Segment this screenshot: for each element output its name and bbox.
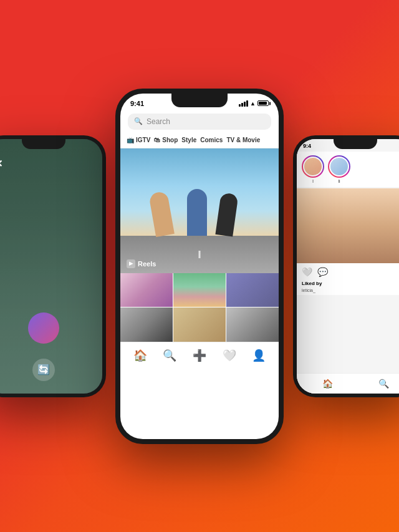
category-tabs: 📺 IGTV 🛍 Shop Style Comics TV & Movie [120, 130, 279, 148]
right-bottom-nav: 🏠 🔍 [297, 373, 399, 394]
center-layout: 9:41 ▲ [120, 94, 279, 439]
nav-home[interactable]: 🏠 [133, 349, 147, 362]
thumbnail-3[interactable] [226, 273, 279, 307]
nav-add[interactable]: ➕ [193, 349, 206, 362]
left-screen: ▲ ✕ 🔄 [0, 139, 102, 394]
right-status-time: 9:4 [303, 143, 311, 149]
story-ring-1 [302, 155, 324, 178]
camera-flip-button[interactable]: 🔄 [32, 359, 55, 381]
story-name-2: li [338, 179, 340, 183]
right-notch [334, 139, 377, 149]
igtv-icon: 📺 [127, 137, 134, 143]
close-button[interactable]: ✕ [0, 158, 2, 170]
phone-right: 9:4 ▲▲ l [293, 135, 399, 397]
thumbnail-5[interactable] [173, 307, 226, 341]
shop-icon: 🛍 [154, 137, 160, 143]
search-bar[interactable]: 🔍 Search [128, 114, 271, 130]
bottom-nav: 🏠 🔍 ➕ 🤍 👤 [120, 342, 279, 369]
like-icon[interactable]: 🤍 [302, 267, 312, 277]
right-screen: 9:4 ▲▲ l [297, 139, 399, 394]
road-line [199, 251, 201, 258]
left-content: ▲ ✕ 🔄 [0, 139, 102, 394]
post-actions: 🤍 💬 [297, 263, 399, 281]
left-overlay [0, 139, 102, 394]
post-likes: Liked by [297, 281, 399, 288]
thumbnail-grid [120, 273, 279, 342]
center-screen: 9:41 ▲ [120, 94, 279, 439]
dance-figure-2 [187, 189, 207, 236]
search-icon: 🔍 [134, 117, 143, 125]
post-image [297, 188, 399, 263]
reels-icon: ▶ [127, 259, 135, 268]
right-stories: l li [297, 152, 399, 187]
thumbnail-1[interactable] [120, 273, 173, 307]
story-ring-2 [328, 155, 350, 178]
left-notch [22, 139, 65, 149]
tab-style[interactable]: Style [181, 135, 196, 145]
phones-container: ▲ ✕ 🔄 9:41 [0, 0, 399, 532]
tab-tv-movie[interactable]: TV & Movie [226, 135, 260, 145]
signal-icon [239, 100, 248, 107]
portrait [297, 188, 399, 263]
tab-shop[interactable]: 🛍 Shop [154, 135, 178, 145]
story-avatar-2 [329, 157, 349, 177]
tab-igtv[interactable]: 📺 IGTV [127, 135, 150, 145]
status-icons: ▲ [239, 100, 269, 107]
nav-profile[interactable]: 👤 [252, 349, 266, 362]
wifi-status-icon: ▲ [250, 100, 256, 107]
reels-label: ▶ Reels [127, 259, 156, 268]
right-nav-home[interactable]: 🏠 [322, 379, 333, 389]
dance-scene [120, 148, 279, 273]
right-post: 🤍 💬 Liked by leticia_ [297, 188, 399, 295]
comment-icon[interactable]: 💬 [317, 267, 328, 277]
right-content: 9:4 ▲▲ l [297, 139, 399, 394]
thumbnail-4[interactable] [120, 307, 173, 341]
post-caption: leticia_ [297, 288, 399, 295]
reels-main-image: ▶ Reels [120, 148, 279, 273]
effect-circle [28, 312, 59, 344]
status-time: 9:41 [130, 100, 144, 107]
story-name-1: l [312, 179, 314, 183]
battery-icon [257, 100, 269, 106]
right-nav-search[interactable]: 🔍 [378, 379, 389, 389]
phone-left: ▲ ✕ 🔄 [0, 135, 106, 397]
search-input[interactable]: Search [147, 117, 170, 126]
nav-search[interactable]: 🔍 [163, 349, 176, 362]
story-avatar-1 [303, 157, 323, 177]
dance-figure-1 [148, 190, 175, 236]
tab-comics[interactable]: Comics [200, 135, 223, 145]
dance-figure-3 [216, 192, 239, 236]
story-2[interactable]: li [328, 155, 350, 183]
center-notch [171, 94, 228, 107]
thumbnail-2[interactable] [173, 273, 226, 307]
phone-center: 9:41 ▲ [115, 89, 284, 444]
nav-likes[interactable]: 🤍 [223, 349, 236, 362]
story-1[interactable]: l [302, 155, 324, 183]
thumbnail-6[interactable] [226, 307, 279, 341]
